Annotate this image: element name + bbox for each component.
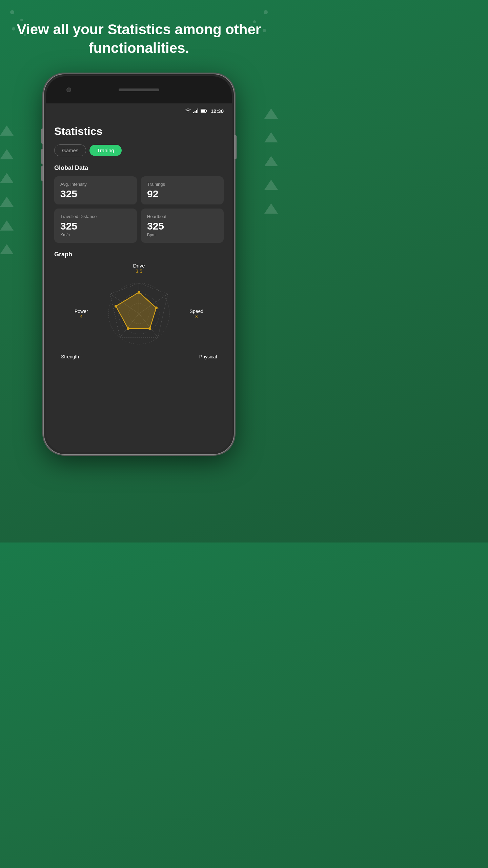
graph-physical-label: Physical: [199, 354, 217, 359]
app-screen: Statistics Games Traning Global Data Avg…: [46, 118, 232, 452]
svg-rect-12: [195, 111, 196, 113]
stat-unit-3: Bpm: [147, 233, 218, 237]
stat-label-1: Trainings: [147, 182, 218, 187]
drive-text: Drive: [133, 263, 145, 269]
battery-icon: [201, 109, 207, 113]
stat-label-3: Heartbeat: [147, 214, 218, 219]
stat-label-0: Avg. Intensity: [60, 182, 131, 187]
graph-speed-label: Speed 3: [190, 309, 203, 319]
stat-value-3: 325: [147, 221, 218, 231]
stat-value-0: 325: [60, 189, 131, 199]
svg-point-30: [148, 327, 151, 330]
phone-notch: [46, 76, 232, 103]
phone-camera: [66, 87, 71, 92]
page-title: Statistics: [54, 125, 224, 138]
hero-text: View all your Statistics among other fun…: [0, 0, 278, 67]
svg-rect-14: [197, 108, 198, 113]
tab-training[interactable]: Traning: [89, 145, 121, 156]
svg-marker-10: [0, 244, 14, 254]
graph-power-label: Power 4: [75, 309, 88, 319]
svg-marker-2: [264, 156, 278, 166]
strength-text: Strength: [61, 354, 79, 359]
graph-drive-label: Drive 3.5: [133, 263, 145, 274]
stat-card-avg-intensity: Avg. Intensity 325: [54, 176, 137, 204]
graph-bottom-labels: Strength Physical: [54, 354, 224, 359]
svg-rect-17: [201, 110, 205, 112]
tab-games[interactable]: Games: [54, 144, 86, 156]
drive-value: 3.5: [133, 269, 145, 274]
svg-marker-5: [0, 125, 14, 136]
svg-rect-16: [206, 110, 207, 112]
graph-strength-label: Strength: [61, 354, 79, 359]
phone-mockup: 12:30 Statistics Games Traning Global Da…: [44, 74, 234, 454]
status-time: 12:30: [211, 108, 224, 114]
svg-marker-1: [264, 132, 278, 142]
svg-rect-13: [196, 110, 197, 113]
svg-marker-7: [0, 173, 14, 183]
stat-value-1: 92: [147, 189, 218, 199]
svg-rect-11: [193, 112, 194, 113]
power-text: Power: [75, 309, 88, 314]
svg-point-29: [155, 307, 158, 309]
stat-label-2: Travelled Distance: [60, 214, 131, 219]
radar-svg: [95, 275, 183, 353]
wifi-icon: [185, 108, 191, 113]
radar-chart-container: Drive 3.5 Power 4: [54, 263, 224, 359]
signal-icon: [193, 108, 199, 113]
stat-value-2: 325: [60, 221, 131, 231]
svg-point-31: [127, 327, 129, 330]
stats-grid: Avg. Intensity 325 Trainings 92 Travelle…: [54, 176, 224, 243]
stat-unit-2: Km/h: [60, 233, 131, 237]
tab-bar: Games Traning: [54, 144, 224, 156]
svg-marker-0: [264, 108, 278, 119]
speed-value: 3: [190, 314, 203, 319]
power-value: 4: [75, 314, 88, 319]
phone-speaker: [119, 88, 159, 91]
speed-text: Speed: [190, 309, 203, 314]
svg-marker-27: [116, 292, 156, 329]
graph-section: Graph Drive 3.5 Power 4: [54, 251, 224, 445]
stat-card-distance: Travelled Distance 325 Km/h: [54, 209, 137, 243]
svg-marker-6: [0, 149, 14, 159]
graph-label: Graph: [54, 251, 224, 258]
svg-marker-9: [0, 220, 14, 231]
svg-marker-3: [264, 180, 278, 190]
physical-text: Physical: [199, 354, 217, 359]
svg-point-32: [115, 305, 117, 308]
svg-marker-8: [0, 197, 14, 207]
stat-card-heartbeat: Heartbeat 325 Bpm: [141, 209, 224, 243]
stat-card-trainings: Trainings 92: [141, 176, 224, 204]
status-bar: 12:30: [46, 103, 232, 118]
svg-marker-4: [264, 203, 278, 214]
global-data-label: Global Data: [54, 164, 224, 172]
svg-point-28: [138, 291, 140, 294]
